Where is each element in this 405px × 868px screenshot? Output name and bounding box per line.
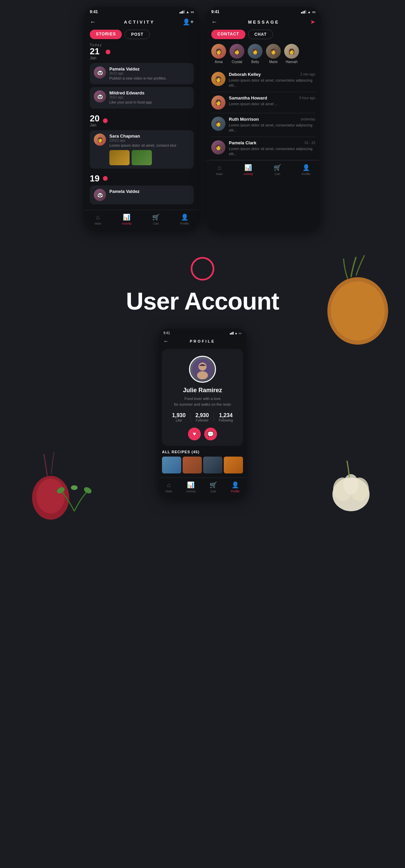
activity-time-stamp: 22h22 ago <box>109 139 190 142</box>
add-user-icon[interactable]: 👤+ <box>183 18 194 26</box>
activity-description: Lorem ipsum dolor sit amet, consect etur <box>109 143 190 148</box>
battery-icon-profile: ▭ <box>239 331 242 335</box>
contact-crystal[interactable]: 👩 Crystal <box>230 44 244 64</box>
tab-contact[interactable]: CONTACT <box>211 30 245 39</box>
back-arrow-msg-icon[interactable]: ← <box>211 19 217 26</box>
profile-status-icons: ▲ ▭ <box>230 331 242 335</box>
nav-cart-label: Cart <box>153 222 159 225</box>
hero-circle-icon <box>191 257 214 281</box>
tab-post[interactable]: POST <box>125 30 150 39</box>
message-list: 👩 Deborah Kelley 2 min ago Lorem ipsum d… <box>206 68 321 160</box>
message-item[interactable]: 👩 Deborah Kelley 2 min ago Lorem ipsum d… <box>211 68 315 92</box>
nav-cart-msg[interactable]: 🛒 Cart <box>274 164 281 176</box>
date-day-20: 20 <box>90 114 100 123</box>
contact-hannah[interactable]: 👩 Hannah <box>284 44 299 64</box>
message-preview: Lorem ipsum dolor sit amet, consectetur … <box>229 123 315 133</box>
nav-main-msg[interactable]: ⌂ Main <box>216 164 223 176</box>
back-arrow-icon[interactable]: ← <box>90 19 96 26</box>
nav-profile-label: Profile <box>180 222 189 225</box>
nav-cart[interactable]: 🛒 Cart <box>152 213 160 225</box>
date-dot <box>106 50 110 54</box>
profile-header: ← PROFILE <box>159 336 246 349</box>
message-avatar: 👩 <box>211 95 225 110</box>
activity-item[interactable]: 🐼 Pamela Valdez 2h22 ago Publish a new v… <box>90 63 194 84</box>
battery-icon: ▭ <box>191 10 194 14</box>
signal-icon-msg <box>301 10 306 13</box>
tab-stories[interactable]: STORIES <box>90 30 122 39</box>
stat-following: 1,234 Following <box>214 412 238 422</box>
message-title: MESSAGE <box>248 20 279 25</box>
date-month-jan: Jan <box>90 56 102 60</box>
message-status-bar: 9:41 ▲ ▭ <box>206 7 321 16</box>
recipe-thumb[interactable] <box>224 457 243 473</box>
activity-time-stamp: 2h22 ago <box>109 95 190 99</box>
activity-image-thumb <box>132 150 152 165</box>
activity-item[interactable]: 🐼 Pamela Valdez <box>90 185 194 204</box>
hero-title: User Account <box>126 287 279 315</box>
stat-followers-number: 2,930 <box>195 412 209 418</box>
svg-point-9 <box>83 486 93 495</box>
herb-decoration <box>54 478 94 518</box>
message-item[interactable]: 👩 Ruth Morrison yesterday Lorem ipsum do… <box>211 113 315 137</box>
profile-icon-msg: 👤 <box>302 164 310 171</box>
nav-main-profile[interactable]: ⌂ Main <box>166 482 172 493</box>
profile-title: PROFILE <box>190 339 215 343</box>
wifi-icon-msg: ▲ <box>307 10 311 14</box>
avatar: 🐼 <box>94 189 106 201</box>
profile-card: Julie Ramirez Food lover with a lovefor … <box>162 349 243 446</box>
profile-icon: 👤 <box>181 213 188 221</box>
nav-activity-msg[interactable]: 📊 Activity <box>243 164 253 176</box>
nav-profile[interactable]: 👤 Profile <box>180 213 189 225</box>
signal-icon-profile <box>230 332 234 335</box>
activity-icon-profile: 📊 <box>187 481 194 489</box>
activity-description: Like your post in food app <box>109 100 190 105</box>
message-item[interactable]: 👩 Pamela Clark 01 - 15 Lorem ipsum dolor… <box>211 137 315 161</box>
activity-time: 9:41 <box>90 9 98 14</box>
user-name: Mildred Edwards <box>109 90 190 95</box>
nav-activity-profile[interactable]: 📊 Activity <box>186 481 196 493</box>
contacts-row: 👩 Anna 👩 Crystal 👩 Betty 👩 Marie 👩 Hanna… <box>206 44 321 68</box>
nav-profile-profile[interactable]: 👤 Profile <box>231 481 240 493</box>
activity-title: ACTIVITY <box>124 20 155 25</box>
home-icon-msg: ⌂ <box>218 164 221 171</box>
message-preview: Lorem ipsum dolor sit amet ... <box>229 102 315 107</box>
activity-bottom-nav: ⌂ Main 📊 Activity 🛒 Cart 👤 Profile <box>84 210 199 230</box>
profile-bottom-nav: ⌂ Main 📊 Activity 🛒 Cart 👤 Profile <box>159 478 246 498</box>
activity-item[interactable]: 🐼 Mildred Edwards 2h22 ago Like your pos… <box>90 87 194 108</box>
back-arrow-profile-icon[interactable]: ← <box>163 338 169 344</box>
like-button[interactable]: ♥ <box>188 428 201 440</box>
date-header-today: Today 21 Jan <box>90 43 194 60</box>
activity-item[interactable]: 👩 Sara Chapman 22h22 ago Lorem ipsum dol… <box>90 130 194 169</box>
message-time-stamp: 3 hour ago <box>299 96 315 100</box>
nav-cart-profile[interactable]: 🛒 Cart <box>210 481 217 493</box>
contact-betty[interactable]: 👩 Betty <box>248 44 263 64</box>
message-item[interactable]: 👩 Samantha Howard 3 hour ago Lorem ipsum… <box>211 92 315 113</box>
tab-chat[interactable]: CHAT <box>248 30 273 39</box>
send-icon[interactable]: ➤ <box>310 18 315 26</box>
profile-nav-icon: 👤 <box>232 481 239 489</box>
date-group-20: 20 Jan 👩 Sara Chapman 22h22 ago Lorem ip… <box>84 114 199 174</box>
nav-main[interactable]: ⌂ Main <box>95 214 102 225</box>
nav-main-profile-label: Main <box>166 490 172 493</box>
stat-likes-number: 1,930 <box>172 412 186 418</box>
contact-marie-avatar: 👩 <box>266 44 281 59</box>
profile-avatar-wrap <box>167 356 238 383</box>
recipes-section: ALL RECIPES (45) <box>159 446 246 478</box>
home-icon: ⌂ <box>96 214 100 221</box>
nav-profile-msg[interactable]: 👤 Profile <box>302 164 310 176</box>
contact-anna-name: Anna <box>215 60 222 64</box>
recipe-thumb[interactable] <box>183 457 202 473</box>
nav-activity[interactable]: 📊 Activity <box>122 213 132 225</box>
stat-likes: 1,930 Like <box>167 412 191 422</box>
profile-time: 9:41 <box>163 331 170 335</box>
contact-marie[interactable]: 👩 Marie <box>266 44 281 64</box>
recipe-thumb[interactable] <box>162 457 181 473</box>
message-time: 9:41 <box>211 9 219 14</box>
stat-following-number: 1,234 <box>219 412 233 418</box>
message-button[interactable]: 💬 <box>204 428 217 440</box>
recipe-thumb[interactable] <box>203 457 222 473</box>
nav-cart-profile-label: Cart <box>210 490 216 493</box>
message-preview: Lorem ipsum dolor sit amet, consectetur … <box>229 146 315 157</box>
contact-anna[interactable]: 👩 Anna <box>211 44 226 64</box>
stat-followers: 2,930 Follower <box>191 412 214 422</box>
